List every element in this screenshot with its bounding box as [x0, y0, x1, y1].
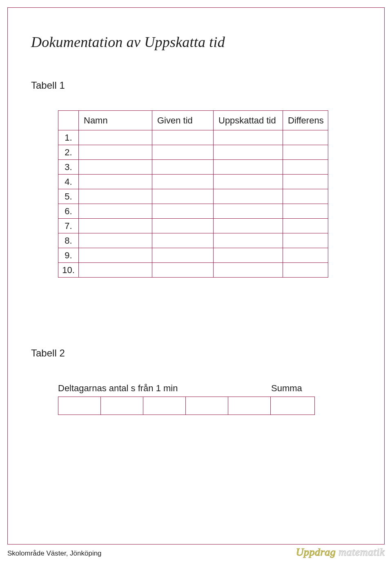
tabell2-cell [143, 397, 186, 415]
row-number: 6. [58, 204, 79, 219]
row-number: 9. [58, 248, 79, 263]
table-cell [79, 263, 152, 278]
table-cell [283, 160, 328, 175]
tabell2-sum-cell [271, 397, 315, 415]
table-cell [283, 145, 328, 160]
table-cell [283, 189, 328, 204]
row-number: 3. [58, 160, 79, 175]
footer-left: Skolområde Väster, Jönköping [7, 549, 102, 558]
table-row: 1. [58, 130, 328, 145]
table-row: 4. [58, 175, 328, 189]
table-row: 6. [58, 204, 328, 219]
page-title: Dokumentation av Uppskatta tid [31, 34, 225, 51]
tabell1-header-differens: Differens [283, 111, 328, 130]
table-cell [214, 130, 283, 145]
tabell2-sum-label: Summa [271, 383, 302, 394]
table-cell [152, 130, 214, 145]
table-cell [152, 263, 214, 278]
tabell2-label: Tabell 2 [31, 347, 65, 359]
table-cell [152, 145, 214, 160]
table-cell [283, 233, 328, 248]
table-cell [214, 233, 283, 248]
tabell1-header-namn: Namn [79, 111, 152, 130]
table-cell [214, 160, 283, 175]
table-cell [283, 175, 328, 189]
table-cell [79, 130, 152, 145]
table-cell [283, 248, 328, 263]
tabell2-cell [58, 397, 101, 415]
table-cell [152, 189, 214, 204]
table-cell [152, 219, 214, 233]
row-number: 4. [58, 175, 79, 189]
table-cell [214, 219, 283, 233]
tabell1-header-uppskattad-tid: Uppskattad tid [214, 111, 283, 130]
table-cell [79, 204, 152, 219]
tabell2 [58, 397, 315, 415]
tabell2-row [58, 397, 315, 415]
tabell2-cell [101, 397, 143, 415]
table-row: 9. [58, 248, 328, 263]
table-cell [152, 204, 214, 219]
table-cell [214, 248, 283, 263]
table-cell [214, 175, 283, 189]
table-row: 7. [58, 219, 328, 233]
table-cell [214, 204, 283, 219]
row-number: 1. [58, 130, 79, 145]
table-cell [283, 204, 328, 219]
table-row: 3. [58, 160, 328, 175]
table-row: 10. [58, 263, 328, 278]
table-cell [79, 189, 152, 204]
table-cell [79, 248, 152, 263]
table-cell [152, 248, 214, 263]
table-cell [79, 233, 152, 248]
tabell1-header-row: Namn Given tid Uppskattad tid Differens [58, 111, 328, 130]
tabell2-cell [228, 397, 271, 415]
row-number: 7. [58, 219, 79, 233]
table-cell [214, 189, 283, 204]
tabell1-label: Tabell 1 [31, 80, 65, 91]
table-row: 5. [58, 189, 328, 204]
footer-logo: Uppdrag matematik [296, 546, 385, 558]
row-number: 5. [58, 189, 79, 204]
table-cell [79, 175, 152, 189]
table-cell [152, 160, 214, 175]
table-row: 2. [58, 145, 328, 160]
table-cell [283, 130, 328, 145]
tabell1-header-blank [58, 111, 79, 130]
table-cell [152, 233, 214, 248]
table-cell [79, 219, 152, 233]
row-number: 2. [58, 145, 79, 160]
tabell2-cell [186, 397, 228, 415]
table-cell [79, 160, 152, 175]
footer-logo-matematik: matematik [336, 546, 385, 558]
table-row: 8. [58, 233, 328, 248]
tabell1-header-given-tid: Given tid [152, 111, 214, 130]
table-cell [152, 175, 214, 189]
table-cell [283, 219, 328, 233]
row-number: 8. [58, 233, 79, 248]
tabell2-desc: Deltagarnas antal s från 1 min [58, 383, 178, 394]
footer-logo-uppdrag: Uppdrag [296, 546, 336, 558]
tabell1: Namn Given tid Uppskattad tid Differens … [58, 110, 328, 278]
row-number: 10. [58, 263, 79, 278]
table-cell [214, 263, 283, 278]
table-cell [214, 145, 283, 160]
table-cell [79, 145, 152, 160]
table-cell [283, 263, 328, 278]
